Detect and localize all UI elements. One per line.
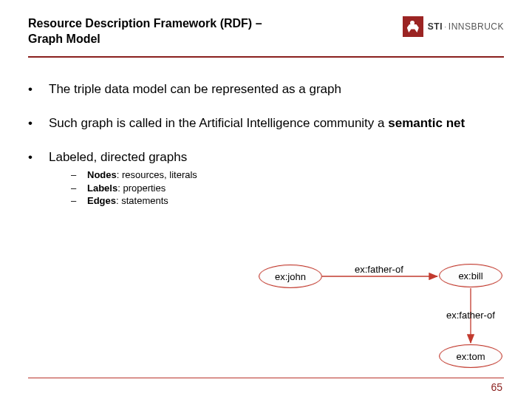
- logo-innsbruck: INNSBRUCK: [449, 21, 504, 32]
- edge-label-1: ex:father-of: [355, 264, 403, 275]
- slide-title: Resource Description Framework (RDF) – G…: [28, 16, 262, 47]
- sub-nodes: – Nodes: resources, literals: [71, 168, 504, 182]
- sub-labels-label: Labels: [87, 183, 117, 194]
- page-number: 65: [491, 381, 502, 393]
- slide-header: Resource Description Framework (RDF) – G…: [28, 16, 504, 47]
- sublist: – Nodes: resources, literals – Labels: p…: [71, 168, 504, 208]
- bullet-3: • Labeled, directed graphs: [28, 149, 504, 166]
- bullet-marker: •: [28, 115, 49, 132]
- node-bill-label: ex:bill: [458, 270, 482, 282]
- node-john-label: ex:john: [275, 271, 306, 282]
- bullet-2-strong: semantic net: [388, 116, 465, 130]
- footer-divider: [28, 378, 504, 378]
- dash-marker: –: [71, 194, 87, 208]
- sub-edges-label: Edges: [87, 195, 116, 206]
- sub-edges-text: : statements: [116, 195, 168, 206]
- node-tom: ex:tom: [439, 344, 502, 368]
- logo-sti: STI: [428, 21, 443, 32]
- bullet-marker: •: [28, 149, 49, 166]
- logo-icon: [403, 16, 423, 37]
- edge-label-2: ex:father-of: [446, 310, 495, 321]
- sub-nodes-label: Nodes: [87, 169, 117, 180]
- node-bill: ex:bill: [439, 264, 502, 287]
- bullet-marker: •: [28, 81, 49, 98]
- header-divider: [28, 56, 504, 58]
- title-line-2: Graph Model: [28, 33, 100, 45]
- sub-edges: – Edges: statements: [71, 194, 504, 208]
- bullet-1-text: The triple data model can be represented…: [49, 81, 504, 98]
- node-john: ex:john: [259, 265, 322, 288]
- dash-marker: –: [71, 182, 87, 195]
- sub-labels-text: : properties: [117, 183, 166, 194]
- bullet-2: • Such graph is called in the Artificial…: [28, 115, 504, 132]
- node-tom-label: ex:tom: [456, 351, 485, 362]
- title-line-1: Resource Description Framework (RDF) –: [28, 17, 262, 30]
- bullet-1: • The triple data model can be represent…: [28, 81, 504, 98]
- sub-labels: – Labels: properties: [71, 182, 504, 195]
- bullet-2-prefix: Such graph is called in the Artificial I…: [49, 116, 388, 130]
- logo: STI·INNSBRUCK: [403, 16, 504, 37]
- dash-marker: –: [71, 168, 87, 182]
- sub-nodes-text: : resources, literals: [117, 169, 197, 180]
- content: • The triple data model can be represent…: [28, 81, 504, 208]
- logo-text: STI·INNSBRUCK: [428, 21, 504, 32]
- bullet-2-text: Such graph is called in the Artificial I…: [49, 115, 504, 132]
- bullet-3-text: Labeled, directed graphs: [49, 149, 504, 166]
